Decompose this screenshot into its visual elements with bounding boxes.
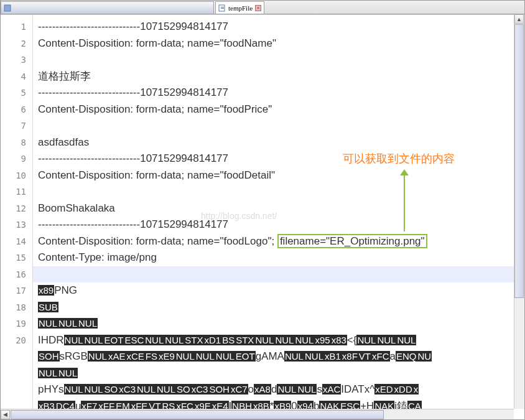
text-line: -----------------------------10715299481… (38, 85, 522, 101)
scroll-up-icon[interactable]: ▲ (514, 14, 524, 24)
line-number: 6 (1, 101, 32, 118)
scroll-thumb[interactable] (11, 410, 384, 419)
text-line (38, 184, 522, 200)
svg-rect-2 (221, 7, 224, 7)
line-number: 3 (1, 52, 32, 68)
tab-bar: tempFile × (1, 1, 524, 14)
text-line: Content-Disposition: form-data; name="fo… (38, 167, 522, 184)
line-number: 20 (1, 332, 32, 398)
current-line (33, 266, 522, 283)
text-line: NULNULNUL (38, 315, 522, 332)
line-number: 12 (1, 200, 32, 217)
text-line: asdfasdfas (38, 134, 522, 151)
scroll-thumb[interactable] (514, 24, 524, 298)
text-line: 道格拉斯李 (38, 68, 522, 85)
line-number: 2 (1, 35, 32, 52)
text-line: -----------------------------10715299481… (38, 19, 522, 35)
line-number: 9 (1, 151, 32, 167)
binary-line: pHYsNULNULSOxC3NULNULSOxC3SOHxC7oxA8dNUL… (38, 381, 522, 398)
line-number: 4 (1, 68, 32, 85)
text-line: -----------------------------10715299481… (38, 217, 522, 233)
text-line: -----------------------------10715299481… (38, 151, 522, 167)
line-number: 14 (1, 233, 32, 250)
binary-line: SOHsRGBNULxAExCEFSxE9NULNULNULEOTgAMANUL… (38, 348, 522, 365)
scroll-left-icon[interactable]: ◀ (1, 410, 10, 419)
line-number: 8 (1, 134, 32, 151)
vertical-scrollbar[interactable]: ▲ (514, 14, 524, 409)
text-line: Content-Disposition: form-data; name="fo… (38, 101, 522, 118)
line-number: 17 (1, 282, 32, 299)
text-line: Content-Disposition: form-data; name="fo… (38, 233, 522, 250)
line-number: 13 (1, 217, 32, 233)
line-number: 19 (1, 315, 32, 332)
text-line: Content-Type: image/png (38, 250, 522, 266)
text-line: BoomShakalaka (38, 200, 522, 217)
svg-rect-0 (4, 5, 11, 11)
file-icon (4, 4, 11, 12)
text-line (38, 52, 522, 68)
tab-tempfile[interactable]: tempFile × (215, 1, 264, 14)
editor-pane: 1 2 3 4 5 6 7 8 9 10 11 12 13 14 15 16 1… (1, 14, 524, 419)
horizontal-scrollbar[interactable]: ◀ (1, 409, 514, 419)
tab-previous[interactable] (1, 1, 214, 14)
text-line: SUB (38, 299, 522, 316)
tab-label: tempFile (228, 4, 253, 12)
line-number: 16 (1, 266, 32, 283)
line-number: 1 (1, 19, 32, 35)
line-number: 10 (1, 167, 32, 184)
line-number: 15 (1, 250, 32, 266)
binary-line: IHDRNULNULEOTESCNULNULSTXxD1BSSTXNULNULN… (38, 332, 522, 349)
close-icon[interactable]: × (255, 5, 261, 11)
binary-line: NULNUL (38, 365, 522, 382)
line-number: 11 (1, 184, 32, 200)
text-line (38, 118, 522, 134)
file-icon (218, 4, 226, 12)
line-number: 7 (1, 118, 32, 134)
svg-rect-3 (221, 8, 224, 9)
line-number: 18 (1, 299, 32, 316)
line-gutter: 1 2 3 4 5 6 7 8 9 10 11 12 13 14 15 16 1… (1, 15, 33, 419)
filename-highlight: filename="ER_Optimizing.png" (277, 234, 427, 248)
text-line: Content-Disposition: form-data; name="fo… (38, 35, 522, 52)
line-number: 5 (1, 85, 32, 101)
editor-content[interactable]: http://blog.csdn.net/ ------------------… (33, 15, 524, 419)
text-line: x89PNG (38, 282, 522, 299)
